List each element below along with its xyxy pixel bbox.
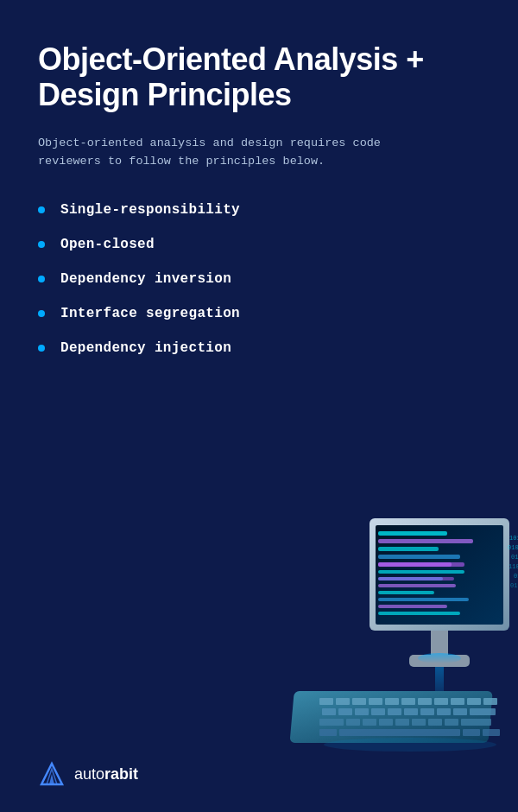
svg-rect-30	[352, 698, 366, 705]
svg-text:011001001011: 011001001011	[514, 573, 518, 580]
svg-rect-55	[428, 719, 442, 726]
bullet-icon	[38, 276, 45, 282]
svg-rect-39	[322, 708, 336, 715]
principle-label: Dependency inversion	[60, 271, 231, 287]
list-item: Dependency inversion	[38, 271, 480, 287]
svg-rect-4	[378, 539, 473, 543]
brand-name-part2: rabit	[104, 765, 138, 783]
svg-text:10110011010010: 10110011010010	[509, 535, 518, 542]
svg-rect-54	[412, 719, 426, 726]
svg-rect-36	[451, 698, 464, 705]
svg-rect-45	[420, 708, 434, 715]
svg-rect-3	[378, 531, 447, 536]
svg-rect-58	[319, 729, 337, 736]
list-item: Single-responsibility	[38, 202, 480, 218]
svg-rect-29	[336, 698, 350, 705]
svg-rect-61	[483, 729, 500, 736]
principle-label: Open-closed	[60, 237, 155, 252]
principle-label: Dependency injection	[60, 340, 231, 356]
svg-rect-11	[378, 591, 434, 594]
svg-rect-43	[388, 708, 401, 715]
svg-rect-53	[395, 719, 409, 726]
svg-rect-34	[418, 698, 432, 705]
brand-name: autorabit	[74, 765, 138, 783]
svg-rect-38	[483, 698, 497, 705]
svg-rect-5	[378, 547, 439, 551]
svg-text:01100100101101: 01100100101101	[510, 582, 518, 589]
main-container: Object-Oriented Analysis + Design Princi…	[0, 0, 518, 812]
svg-point-62	[324, 738, 496, 752]
svg-rect-52	[379, 719, 393, 726]
svg-text:11001001101000: 11001001101000	[509, 563, 518, 570]
svg-rect-33	[401, 698, 415, 705]
svg-rect-37	[467, 698, 481, 705]
svg-rect-40	[338, 708, 352, 715]
svg-rect-13	[378, 605, 447, 608]
list-item: Open-closed	[38, 237, 480, 252]
svg-point-25	[418, 653, 461, 663]
list-item: Interface segregation	[38, 306, 480, 321]
svg-rect-16	[378, 577, 454, 580]
svg-rect-47	[453, 708, 467, 715]
brand-logo-icon	[38, 760, 66, 788]
svg-rect-46	[437, 708, 451, 715]
svg-rect-31	[369, 698, 382, 705]
svg-rect-56	[445, 719, 458, 726]
page-title: Object-Oriented Analysis + Design Princi…	[38, 41, 480, 113]
svg-rect-28	[319, 698, 333, 705]
svg-rect-23	[431, 631, 448, 657]
page-subtitle: Object-oriented analysis and design requ…	[38, 134, 401, 171]
svg-rect-50	[346, 719, 360, 726]
svg-rect-12	[378, 598, 469, 601]
principle-label: Single-responsibility	[60, 202, 240, 218]
bullet-icon	[38, 345, 45, 352]
principles-list: Single-responsibility Open-closed Depend…	[38, 202, 480, 356]
svg-rect-49	[319, 719, 344, 726]
svg-rect-41	[355, 708, 369, 715]
svg-rect-60	[463, 729, 480, 736]
brand-name-part1: auto	[74, 765, 104, 783]
svg-rect-42	[371, 708, 385, 715]
svg-rect-57	[461, 719, 491, 726]
svg-rect-14	[378, 612, 460, 615]
bullet-icon	[38, 206, 45, 213]
list-item: Dependency injection	[38, 340, 480, 356]
svg-rect-8	[378, 570, 464, 574]
svg-rect-35	[434, 698, 448, 705]
svg-rect-32	[385, 698, 399, 705]
bullet-icon	[38, 310, 45, 317]
svg-rect-48	[470, 708, 496, 715]
svg-rect-51	[363, 719, 376, 726]
brand-area: autorabit	[38, 760, 138, 788]
svg-rect-44	[404, 708, 418, 715]
computer-illustration: 10110011010010 010100110100110 010010110…	[242, 501, 518, 760]
svg-rect-15	[378, 562, 464, 567]
svg-rect-59	[339, 729, 460, 736]
svg-text:0100101100110: 0100101100110	[511, 554, 518, 561]
svg-rect-10	[378, 584, 456, 587]
bullet-icon	[38, 241, 45, 248]
principle-label: Interface segregation	[60, 306, 240, 321]
svg-text:010100110100110: 010100110100110	[508, 544, 518, 551]
svg-rect-6	[378, 555, 460, 559]
